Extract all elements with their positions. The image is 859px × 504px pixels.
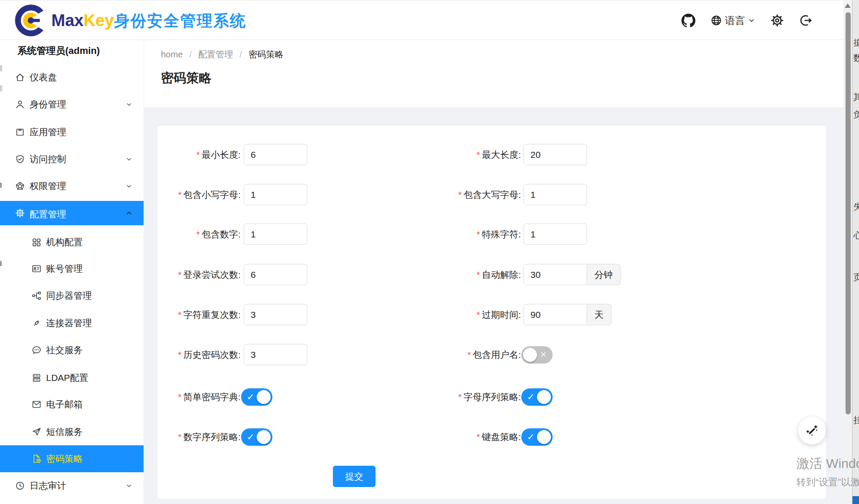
max-length-input[interactable]: [523, 144, 587, 165]
uppercase-count-input[interactable]: [523, 184, 587, 205]
required-asterisk: *: [178, 432, 181, 442]
contains-username-toggle[interactable]: ×: [521, 346, 553, 364]
history-clock-icon: [15, 481, 25, 491]
char-repeat-input[interactable]: [244, 304, 307, 325]
sidebar-item-ldap-config[interactable]: LDAP配置: [0, 364, 144, 391]
required-asterisk: *: [476, 229, 480, 239]
breadcrumb-separator: /: [189, 50, 192, 60]
language-label: 语言: [725, 14, 745, 27]
number-sequence-toggle[interactable]: ✓: [241, 428, 272, 446]
sidebar-item-org-config[interactable]: 机构配置: [0, 229, 144, 256]
form-row: *登录尝试次数: *自动解除: 分钟: [158, 264, 826, 285]
form-row: *数字序列策略: ✓ *键盘策略: ✓: [158, 428, 826, 446]
sidebar-item-access-control[interactable]: 访问控制: [0, 146, 144, 173]
maxkey-logo-icon[interactable]: [14, 3, 48, 37]
chevron-down-icon: [748, 17, 755, 24]
form-row: *包含小写字母: *包含大写字母:: [158, 184, 826, 205]
clipped-char: 心: [853, 230, 859, 241]
sidebar-item-synchronizers[interactable]: 同步器管理: [0, 282, 144, 309]
field-label-number-sequence: 数字序列策略:: [183, 432, 241, 442]
special-chars-input[interactable]: [523, 224, 587, 245]
toggle-check-icon: ✓: [247, 428, 255, 446]
scrollbar-thumb[interactable]: [846, 12, 851, 414]
sidebar-item-identity[interactable]: 身份管理: [0, 91, 144, 118]
sidebar-item-password-policy[interactable]: 密码策略: [0, 445, 144, 472]
sidebar-item-partial[interactable]: [0, 497, 144, 504]
toggle-knob: [257, 390, 271, 404]
sidebar-item-accounts[interactable]: 账号管理: [0, 255, 144, 282]
toggle-knob: [537, 430, 551, 444]
login-attempts-input[interactable]: [244, 264, 307, 285]
field-label-max-length: 最大长度:: [482, 150, 521, 160]
logout-icon[interactable]: [799, 13, 813, 27]
sidebar-item-sms[interactable]: 短信服务: [0, 418, 144, 445]
sync-flow-icon: [31, 290, 42, 301]
sidebar-item-audit-log[interactable]: 日志审计: [0, 472, 144, 499]
required-asterisk: *: [196, 229, 200, 239]
settings-gear-icon[interactable]: [770, 13, 784, 27]
field-label-special-chars: 特殊字符:: [482, 229, 521, 239]
sidebar-item-social-services[interactable]: 社交服务: [0, 337, 144, 364]
breadcrumb-config[interactable]: 配置管理: [198, 49, 233, 60]
chevron-down-icon: [125, 183, 133, 190]
submit-button[interactable]: 提交: [333, 466, 376, 487]
alpha-sequence-toggle[interactable]: ✓: [521, 388, 553, 406]
password-policy-form-card: *最小长度: *最大长度: *包含小写字母: *包含大写字母: *包含数字: *…: [158, 126, 826, 499]
theme-wand-button[interactable]: [798, 417, 826, 444]
toggle-knob: [257, 430, 271, 444]
sidebar-item-dashboard[interactable]: 仪表盘: [0, 64, 144, 91]
field-label-auto-unlock: 自动解除:: [482, 270, 521, 280]
background-window-corner: [852, 496, 859, 504]
clipped-char: 挂: [853, 414, 859, 426]
breadcrumb-home[interactable]: home: [161, 50, 183, 60]
required-asterisk: *: [476, 310, 480, 320]
required-asterisk: *: [476, 150, 480, 160]
brand-title: MaxKey: [51, 0, 114, 40]
required-asterisk: *: [178, 392, 181, 402]
sidebar-item-applications[interactable]: 应用管理: [0, 119, 144, 146]
chevron-up-icon: [125, 210, 133, 217]
mail-icon: [31, 399, 42, 410]
sidebar-item-permissions[interactable]: 权限管理: [0, 173, 144, 200]
field-label-expire-time: 过期时间:: [482, 310, 521, 320]
keyboard-policy-toggle[interactable]: ✓: [521, 428, 553, 446]
vertical-scrollbar[interactable]: [843, 0, 852, 504]
sidebar-item-configuration[interactable]: 配置管理: [0, 201, 144, 225]
breadcrumb-separator: /: [240, 50, 242, 60]
home-icon: [15, 72, 25, 83]
lowercase-count-input[interactable]: [244, 184, 307, 205]
required-asterisk: *: [196, 150, 200, 160]
shield-check-icon: [15, 154, 25, 164]
required-asterisk: *: [178, 190, 181, 200]
blocks-icon: [31, 237, 42, 247]
toggle-cross-icon: ×: [540, 346, 547, 363]
form-row: *最小长度: *最大长度:: [158, 144, 826, 165]
chevron-down-icon: [125, 482, 133, 490]
sidebar-item-connectors[interactable]: 连接器管理: [0, 310, 144, 337]
globe-icon: [710, 14, 722, 27]
content-area: *最小长度: *最大长度: *包含小写字母: *包含大写字母: *包含数字: *…: [144, 108, 843, 504]
required-asterisk: *: [178, 270, 181, 280]
simple-password-dict-toggle[interactable]: ✓: [241, 388, 272, 406]
required-asterisk: *: [458, 392, 462, 402]
auto-unlock-input[interactable]: [523, 264, 587, 285]
server-icon: [31, 373, 42, 383]
expire-time-input[interactable]: [523, 304, 587, 325]
digits-count-input[interactable]: [244, 224, 307, 245]
app-header: MaxKey 身份安全管理系统 语言: [0, 0, 843, 40]
required-asterisk: *: [178, 310, 181, 320]
password-history-input[interactable]: [244, 344, 307, 365]
sidebar-item-email[interactable]: 电子邮箱: [0, 391, 144, 418]
scroll-up-arrow-icon[interactable]: [845, 3, 851, 8]
chevron-down-icon: [125, 156, 133, 163]
app-icon: [15, 127, 25, 137]
field-label-min-length: 最小长度:: [201, 150, 241, 160]
github-icon[interactable]: [681, 13, 695, 27]
form-row: *字符重复次数: *过期时间: 天: [158, 304, 826, 325]
sidebar: 系统管理员(admin) 仪表盘 身份管理 应用管理 访问控制 权限管理: [0, 40, 144, 504]
language-switcher[interactable]: 语言: [710, 14, 755, 27]
min-length-input[interactable]: [244, 144, 307, 165]
page-title: 密码策略: [161, 70, 211, 87]
field-label-digits: 包含数字:: [201, 229, 241, 239]
field-label-login-attempts: 登录尝试次数:: [183, 270, 241, 280]
